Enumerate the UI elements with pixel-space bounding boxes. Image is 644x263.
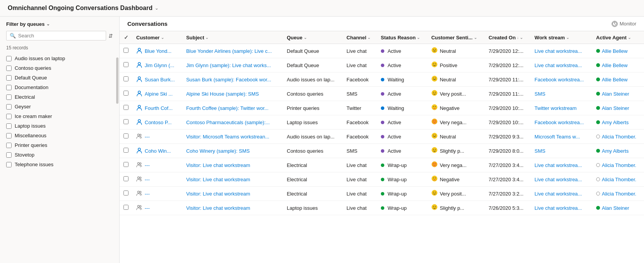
workstream-link[interactable]: Live chat workstrea...	[534, 205, 582, 211]
col-customer[interactable]: Customer ⌄	[132, 31, 182, 44]
row-checkbox[interactable]	[123, 133, 128, 138]
queue-checkbox[interactable]	[6, 75, 12, 81]
queue-checkbox[interactable]	[6, 94, 12, 100]
row-checkbox-cell[interactable]	[120, 101, 132, 115]
subject-link[interactable]: Visitor: Microsoft Teams workstrean...	[186, 134, 269, 140]
queue-item[interactable]: Telephone issues	[0, 160, 119, 169]
agent-name[interactable]: Alicia Thomber.	[602, 134, 636, 140]
subject-link[interactable]: Visitor: Live chat workstream	[186, 177, 250, 182]
row-checkbox[interactable]	[123, 91, 128, 96]
search-input[interactable]	[18, 33, 103, 39]
monitor-button[interactable]: Monitor	[612, 21, 636, 27]
customer-name[interactable]: Fourth Cof...	[145, 105, 172, 111]
queue-checkbox[interactable]	[6, 66, 12, 71]
row-checkbox-cell[interactable]	[120, 130, 132, 144]
customer-name[interactable]: Alpine Ski ...	[145, 91, 172, 97]
row-checkbox-cell[interactable]	[120, 87, 132, 101]
row-checkbox[interactable]	[123, 76, 128, 81]
row-checkbox-cell[interactable]	[120, 172, 132, 187]
row-checkbox-cell[interactable]	[120, 201, 132, 215]
workstream-link[interactable]: SMS	[534, 148, 545, 154]
row-checkbox[interactable]	[123, 48, 128, 53]
workstream-link[interactable]: Live chat workstrea...	[534, 191, 582, 197]
agent-name[interactable]: Alan Steiner	[602, 205, 629, 211]
queue-checkbox[interactable]	[6, 133, 12, 138]
col-active-agent[interactable]: Active Agent ⌄	[592, 31, 644, 44]
queue-item[interactable]: Ice cream maker	[0, 111, 119, 121]
filter-header[interactable]: Filter by queues ⌄	[0, 21, 119, 31]
queue-item[interactable]: Miscellaneous	[0, 131, 119, 140]
subject-link[interactable]: Coho Winery (sample): SMS	[186, 148, 250, 154]
agent-name[interactable]: Alan Steiner	[602, 91, 629, 97]
queue-checkbox[interactable]	[6, 104, 12, 110]
workstream-link[interactable]: Twitter workstream	[534, 105, 576, 111]
agent-name[interactable]: Allie Bellew	[602, 62, 627, 68]
queue-item[interactable]: Electrical	[0, 92, 119, 102]
queue-item[interactable]: Default Queue	[0, 73, 119, 83]
queue-item[interactable]: Laptop issues	[0, 121, 119, 131]
queue-item[interactable]: Printer queries	[0, 140, 119, 150]
col-queue[interactable]: Queue ⌄	[283, 31, 343, 44]
agent-name[interactable]: Alicia Thomber.	[602, 191, 636, 197]
agent-name[interactable]: Amy Alberts	[602, 148, 629, 154]
customer-name[interactable]: Jim Glynn (...	[145, 62, 174, 68]
col-checkbox[interactable]: ✓	[120, 31, 132, 44]
col-workstream[interactable]: Work stream ⌄	[531, 31, 592, 44]
queue-item[interactable]: Contoso queries	[0, 63, 119, 73]
search-box[interactable]: 🔍	[6, 31, 106, 40]
title-dropdown-icon[interactable]: ⌄	[155, 5, 159, 11]
customer-name[interactable]: Coho Win...	[145, 148, 171, 154]
subject-link[interactable]: Visitor: Live chat workstream	[186, 191, 250, 197]
subject-link[interactable]: Contoso Pharmaceuticals (sample):...	[186, 120, 270, 125]
queue-checkbox[interactable]	[6, 114, 12, 119]
agent-name[interactable]: Alan Steiner	[602, 105, 629, 111]
row-checkbox[interactable]	[123, 105, 128, 110]
row-checkbox[interactable]	[123, 119, 128, 124]
row-checkbox-cell[interactable]	[120, 58, 132, 72]
agent-name[interactable]: Amy Alberts	[602, 120, 629, 125]
col-created-on[interactable]: Created On ↓ ⌄	[485, 31, 531, 44]
queue-checkbox[interactable]	[6, 56, 12, 61]
scrollbar-track[interactable]	[116, 54, 118, 258]
customer-name[interactable]: ---	[145, 134, 150, 140]
customer-name[interactable]: Blue Yond...	[145, 48, 171, 54]
select-all-check[interactable]: ✓	[124, 34, 128, 40]
queue-item[interactable]: Documentation	[0, 83, 119, 92]
workstream-link[interactable]: Facebook workstrea...	[534, 77, 584, 83]
queue-checkbox[interactable]	[6, 162, 12, 167]
col-subject[interactable]: Subject ⌄	[182, 31, 283, 44]
row-checkbox[interactable]	[123, 148, 128, 153]
subject-link[interactable]: Alpine Ski House (sample): SMS	[186, 91, 259, 97]
customer-name[interactable]: ---	[145, 162, 150, 168]
sort-icon[interactable]: ⇵	[108, 33, 113, 39]
subject-link[interactable]: Jim Glynn (sample): Live chat works...	[186, 62, 271, 68]
queue-checkbox[interactable]	[6, 143, 12, 148]
row-checkbox-cell[interactable]	[120, 158, 132, 172]
col-status-reason[interactable]: Status Reason ⌄	[377, 31, 428, 44]
customer-name[interactable]: ---	[145, 205, 150, 211]
row-checkbox-cell[interactable]	[120, 187, 132, 201]
customer-name[interactable]: Susan Burk...	[145, 77, 175, 83]
queue-item[interactable]: Audio issues on laptop	[0, 54, 119, 63]
row-checkbox[interactable]	[123, 205, 128, 210]
workstream-link[interactable]: Live chat workstrea...	[534, 162, 582, 168]
row-checkbox-cell[interactable]	[120, 115, 132, 130]
queue-checkbox[interactable]	[6, 123, 12, 129]
subject-link[interactable]: Susan Burk (sample): Facebook wor...	[186, 77, 271, 83]
agent-name[interactable]: Allie Bellew	[602, 48, 627, 54]
row-checkbox[interactable]	[123, 62, 128, 67]
row-checkbox[interactable]	[123, 191, 128, 196]
customer-name[interactable]: Contoso P...	[145, 120, 172, 125]
row-checkbox[interactable]	[123, 176, 128, 181]
workstream-link[interactable]: Live chat workstrea...	[534, 62, 582, 68]
queue-item[interactable]: Stovetop	[0, 150, 119, 160]
subject-link[interactable]: Fourth Coffee (sample): Twitter wor...	[186, 105, 268, 111]
workstream-link[interactable]: Facebook workstrea...	[534, 120, 584, 125]
row-checkbox-cell[interactable]	[120, 144, 132, 158]
agent-name[interactable]: Alicia Thomber.	[602, 162, 636, 168]
col-channel[interactable]: Channel ⌄	[343, 31, 377, 44]
workstream-link[interactable]: SMS	[534, 91, 545, 97]
agent-name[interactable]: Allie Bellew	[602, 77, 627, 83]
workstream-link[interactable]: Live chat workstrea...	[534, 177, 582, 182]
queue-checkbox[interactable]	[6, 85, 12, 90]
